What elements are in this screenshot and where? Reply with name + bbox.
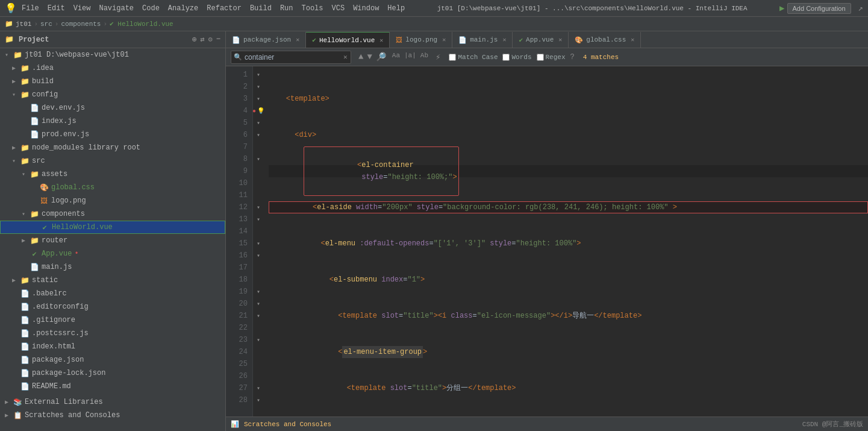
prev-match-icon[interactable]: ▲ <box>357 52 364 62</box>
menu-build[interactable]: Build <box>250 4 272 13</box>
folder-icon-root: 📁 <box>12 51 23 60</box>
sidebar-item-index-js[interactable]: 📄 index.js <box>0 115 225 128</box>
editor-area: 📄 package.json ✕ ✔ HelloWorld.vue ✕ 🖼 lo… <box>226 31 868 431</box>
menu-run[interactable]: Run <box>280 4 293 13</box>
tab-mainjs[interactable]: 📄 main.js ✕ <box>452 32 513 48</box>
scratches-icon: 📋 <box>12 411 23 420</box>
close-packagejson[interactable]: ✕ <box>296 36 299 43</box>
sidebar-item-router[interactable]: ▶ 📁 router <box>0 234 225 247</box>
sidebar-item-external-libraries[interactable]: ▶ 📚 External Libraries <box>0 395 225 409</box>
add-icon[interactable]: ⊕ <box>192 35 196 44</box>
maximize-icon[interactable]: ↗ <box>858 3 863 13</box>
tab-globalcss[interactable]: 🎨 global.css ✕ <box>569 32 641 48</box>
js-icon-prod: 📄 <box>29 130 40 139</box>
gear-icon[interactable]: ⚙ <box>208 35 213 44</box>
tree-root[interactable]: ▾ 📁 jt01 D:\webpase-vue\jt01 <box>0 48 225 61</box>
menu-refactor[interactable]: Refactor <box>207 4 242 13</box>
sidebar-item-gitignore[interactable]: 📄 .gitignore <box>0 313 225 327</box>
close-globalcss[interactable]: ✕ <box>631 36 634 43</box>
close-helloworld[interactable]: ✕ <box>379 37 383 44</box>
packagejson-label: package.json <box>32 356 84 364</box>
sidebar-item-node-modules[interactable]: ▶ 📁 node_modules library root <box>0 141 225 154</box>
next-match-icon[interactable]: ▼ <box>366 52 373 62</box>
run-icon[interactable]: ▶ <box>779 3 784 13</box>
sidebar-item-global-css[interactable]: 🎨 global.css <box>0 181 225 194</box>
sidebar-item-indexhtml[interactable]: 📄 index.html <box>0 340 225 353</box>
words-checkbox[interactable] <box>502 54 510 61</box>
code-line-9: <template slot="title"> 分组一</template> <box>269 382 868 394</box>
tab-helloworld[interactable]: ✔ HelloWorld.vue ✕ <box>306 32 390 48</box>
case-sensitive-toggle[interactable]: Aa <box>391 52 401 62</box>
clear-search-icon[interactable]: ✕ <box>343 53 348 61</box>
words-option[interactable]: Words <box>502 54 531 61</box>
sidebar-item-static[interactable]: ▶ 📁 static <box>0 274 225 287</box>
breadcrumb-root[interactable]: jt01 <box>16 20 31 28</box>
vue-icon-hw: ✔ <box>39 223 50 232</box>
static-label: static <box>32 276 58 285</box>
sidebar-item-readme[interactable]: 📄 README.md <box>0 380 225 393</box>
sidebar-item-editorconfig[interactable]: 📄 .editorconfig <box>0 300 225 313</box>
sidebar-item-idea[interactable]: ▶ 📁 .idea <box>0 61 225 75</box>
menu-window[interactable]: Window <box>353 4 379 13</box>
breadcrumb-icon: 📁 <box>5 20 13 28</box>
sidebar-item-packagelock[interactable]: 📄 package-lock.json <box>0 367 225 380</box>
regex-help-icon[interactable]: ? <box>570 53 575 61</box>
menu-analyze[interactable]: Analyze <box>168 4 198 13</box>
menu-view[interactable]: View <box>73 4 91 13</box>
match-case-checkbox[interactable] <box>449 54 456 61</box>
menu-edit[interactable]: Edit <box>48 4 65 13</box>
code-line-8: <el-menu-item-group> <box>269 346 868 358</box>
breadcrumb-file[interactable]: ✔ HelloWorld.vue <box>110 20 173 28</box>
sidebar-item-main-js[interactable]: 📄 main.js <box>0 260 225 274</box>
sidebar-item-src[interactable]: ▾ 📁 src <box>0 154 225 168</box>
root-label: jt01 D:\webpase-vue\jt01 <box>25 51 129 59</box>
find-usages-icon[interactable]: 🔎 <box>375 52 387 62</box>
sidebar-item-assets[interactable]: ▾ 📁 assets <box>0 168 225 181</box>
menu-vcs[interactable]: VCS <box>332 4 345 13</box>
sidebar-item-logo-png[interactable]: 🖼 logo.png <box>0 194 225 207</box>
menu-help[interactable]: Help <box>387 4 405 13</box>
minimize-icon[interactable]: − <box>216 35 220 44</box>
search-icon: 🔍 <box>234 53 242 61</box>
menu-navigate[interactable]: Navigate <box>99 4 134 13</box>
menu-file[interactable]: File <box>22 4 39 13</box>
bottom-left[interactable]: 📊 Scratches and Consoles <box>231 420 331 428</box>
search-input[interactable] <box>245 53 341 61</box>
sidebar-item-components[interactable]: ▾ 📁 components <box>0 207 225 221</box>
sidebar-item-postcssrc[interactable]: 📄 .postcssrc.js <box>0 327 225 340</box>
code-area[interactable]: 12345 678910 1112131415 1617181920 21222… <box>226 66 868 417</box>
match-case-option[interactable]: Match Case <box>449 54 498 61</box>
sidebar-item-babelrc[interactable]: 📄 .babelrc <box>0 287 225 300</box>
tab-appvue[interactable]: ✔ App.vue ✕ <box>513 32 569 48</box>
menu-code[interactable]: Code <box>142 4 160 13</box>
readme-label: README.md <box>32 382 71 391</box>
add-configuration-button[interactable]: Add Configuration <box>787 3 851 14</box>
filter-icon[interactable]: ⚡ <box>436 52 440 62</box>
word-boundary-toggle[interactable]: |a| <box>402 52 418 62</box>
close-appvue[interactable]: ✕ <box>558 36 562 43</box>
search-options: Match Case Words Regex ? <box>449 53 574 61</box>
sidebar-item-scratches[interactable]: ▶ 📋 Scratches and Consoles <box>0 409 225 422</box>
sidebar-item-build[interactable]: ▶ 📁 build <box>0 75 225 88</box>
regex-checkbox[interactable] <box>537 54 544 61</box>
global-css-label: global.css <box>51 183 95 192</box>
breadcrumb-src[interactable]: src <box>40 20 52 28</box>
vue-tab-icon-app: ✔ <box>519 36 523 44</box>
code-content[interactable]: <template> <div> <el-container style="he… <box>264 66 868 417</box>
regex-option[interactable]: Regex <box>537 54 566 61</box>
close-logopng[interactable]: ✕ <box>442 36 446 43</box>
line-numbers: 12345 678910 1112131415 1617181920 21222… <box>226 66 253 417</box>
sidebar-item-prod-env[interactable]: 📄 prod.env.js <box>0 128 225 141</box>
tab-packagejson[interactable]: 📄 package.json ✕ <box>226 32 306 48</box>
sidebar-item-config[interactable]: ▾ 📁 config <box>0 88 225 101</box>
sidebar-item-app-vue[interactable]: ✔ App.vue • <box>0 247 225 260</box>
sync-icon[interactable]: ⇄ <box>200 35 204 44</box>
menu-tools[interactable]: Tools <box>302 4 323 13</box>
sidebar-item-dev-env[interactable]: 📄 dev.env.js <box>0 101 225 115</box>
preserve-case-toggle[interactable]: Ab <box>419 52 429 62</box>
sidebar-item-helloworld[interactable]: ✔ HelloWorld.vue <box>0 221 225 234</box>
breadcrumb-components[interactable]: components <box>61 20 101 28</box>
close-mainjs[interactable]: ✕ <box>502 36 506 43</box>
sidebar-item-packagejson[interactable]: 📄 package.json <box>0 353 225 367</box>
tab-logopng[interactable]: 🖼 logo.png ✕ <box>390 32 452 48</box>
